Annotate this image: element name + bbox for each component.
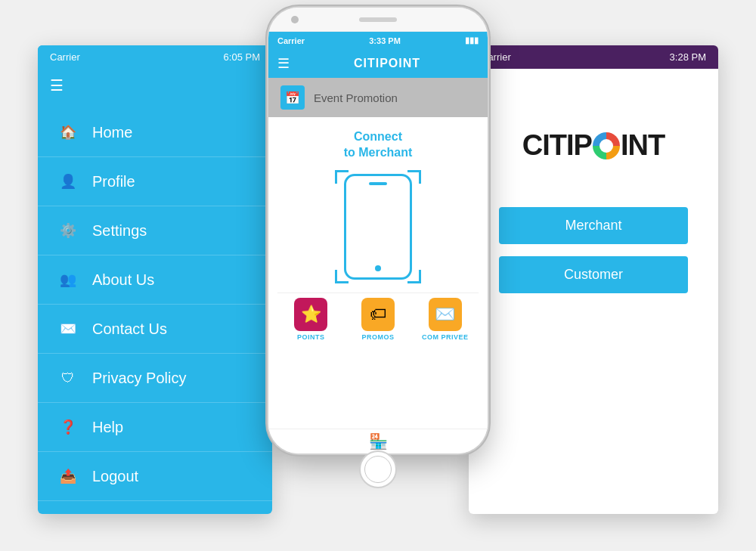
phone-frame: Carrier 3:33 PM ▮▮▮ ☰ CITIPOINT 📅 Event …	[268, 8, 488, 453]
scan-phone-dot	[375, 265, 381, 271]
menu-list: 🏠 Home 👤 Profile ⚙️ Settings 👥 About Us …	[38, 108, 272, 501]
phone-top-bar	[268, 8, 488, 32]
menu-label-logout: Logout	[92, 468, 138, 485]
tab-points[interactable]: ⭐ POINTS	[277, 293, 345, 345]
scan-graphic	[329, 170, 427, 283]
logo-area: CITIP INT	[469, 69, 718, 207]
phone-statusbar: Carrier 3:33 PM ▮▮▮	[268, 32, 488, 49]
calendar-icon: 📅	[280, 85, 305, 110]
phone-screen: Carrier 3:33 PM ▮▮▮ ☰ CITIPOINT 📅 Event …	[268, 32, 488, 453]
left-time: 6:05 PM	[224, 51, 260, 63]
menu-label-profile: Profile	[92, 173, 135, 190]
phone-speaker	[359, 17, 397, 22]
logo-star-o	[593, 132, 620, 159]
phone-home-button[interactable]	[359, 450, 397, 488]
customer-button[interactable]: Customer	[499, 256, 688, 293]
menu-label-home: Home	[92, 124, 132, 141]
center-phone: Carrier 3:33 PM ▮▮▮ ☰ CITIPOINT 📅 Event …	[268, 0, 488, 491]
role-buttons: Merchant Customer	[469, 207, 718, 293]
menu-item-privacy[interactable]: 🛡 Privacy Policy	[38, 354, 272, 403]
hamburger-icon[interactable]: ☰	[50, 76, 64, 94]
phone-header-title: CITIPOINT	[296, 57, 479, 70]
citipoint-logo: CITIP INT	[522, 129, 665, 162]
points-icon: ⭐	[294, 298, 327, 331]
left-header: ☰	[38, 69, 272, 102]
menu-label-settings: Settings	[92, 222, 147, 240]
phone-battery: ▮▮▮	[465, 36, 479, 45]
menu-item-settings[interactable]: ⚙️ Settings	[38, 206, 272, 255]
right-statusbar: Carrier 3:28 PM	[469, 45, 718, 69]
promos-icon: 🏷	[361, 298, 395, 331]
menu-label-contact: Contact Us	[92, 320, 167, 338]
contact-icon: ✉️	[56, 317, 80, 341]
phone-menu-icon[interactable]: ☰	[277, 55, 290, 72]
tab-promos-label: PROMOS	[362, 333, 395, 341]
logo-text-2: INT	[621, 129, 665, 162]
about-icon: 👥	[56, 268, 80, 292]
logo-text-1: CITIP	[522, 129, 592, 162]
phone-camera	[291, 16, 299, 23]
comprivee-icon: ✉️	[429, 298, 462, 331]
help-icon: ❓	[56, 415, 80, 439]
phone-header: ☰ CITIPOINT	[268, 49, 488, 78]
tab-points-label: POINTS	[297, 333, 325, 341]
home-icon: 🏠	[56, 120, 80, 144]
scan-phone-outline	[344, 174, 412, 280]
menu-label-about: About Us	[92, 271, 154, 289]
scan-phone-speaker	[369, 182, 387, 185]
menu-label-help: Help	[92, 419, 123, 436]
left-screen: Carrier 6:05 PM ☰ 🏠 Home 👤 Profile ⚙️ Se…	[38, 45, 272, 514]
tab-comprivee-label: COM PRIVEE	[422, 333, 469, 341]
menu-item-contact[interactable]: ✉️ Contact Us	[38, 305, 272, 354]
merchant-button[interactable]: Merchant	[499, 207, 688, 244]
privacy-icon: 🛡	[56, 366, 80, 390]
tab-comprivee[interactable]: ✉️ COM PRIVEE	[411, 293, 479, 345]
profile-icon: 👤	[56, 169, 80, 193]
tab-promos[interactable]: 🏷 PROMOS	[345, 293, 412, 345]
menu-item-help[interactable]: ❓ Help	[38, 403, 272, 452]
event-bar[interactable]: 📅 Event Promotion	[268, 78, 488, 117]
menu-item-home[interactable]: 🏠 Home	[38, 108, 272, 157]
connect-title: Connectto Merchant	[344, 129, 413, 161]
settings-icon: ⚙️	[56, 218, 80, 243]
phone-time: 3:33 PM	[369, 36, 401, 45]
bottom-tabs: ⭐ POINTS 🏷 PROMOS ✉️ COM P	[277, 293, 479, 345]
event-label: Event Promotion	[314, 91, 398, 104]
left-carrier: Carrier	[50, 51, 80, 63]
connect-section: Connectto Merchant ⭐	[268, 117, 488, 429]
store-icon: 🏪	[369, 432, 388, 450]
menu-item-profile[interactable]: 👤 Profile	[38, 157, 272, 206]
right-time: 3:28 PM	[670, 51, 706, 63]
left-statusbar: Carrier 6:05 PM	[38, 45, 272, 69]
right-screen: Carrier 3:28 PM CITIP INT Merchant Custo…	[469, 45, 718, 514]
phone-home-inner	[364, 456, 392, 483]
menu-item-about[interactable]: 👥 About Us	[38, 255, 272, 305]
menu-label-privacy: Privacy Policy	[92, 370, 186, 387]
menu-item-logout[interactable]: 📤 Logout	[38, 452, 272, 501]
phone-carrier: Carrier	[277, 36, 305, 45]
logout-icon: 📤	[56, 464, 80, 488]
